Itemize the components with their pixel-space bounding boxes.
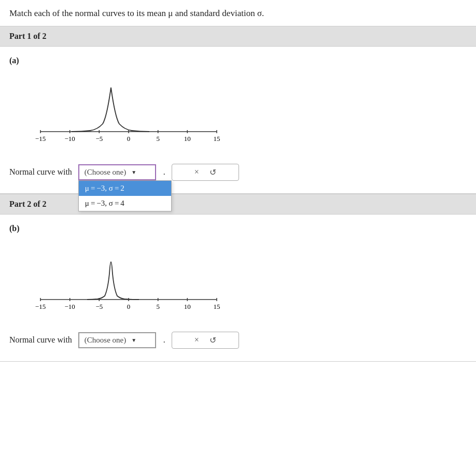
svg-text:10: 10: [184, 303, 191, 310]
part2-action-box: × ↺: [172, 332, 239, 349]
and-text: and: [175, 8, 188, 18]
svg-text:5: 5: [156, 135, 160, 143]
part1-dropdown-arrow-icon: ▼: [131, 169, 136, 175]
part2-label: (b): [9, 224, 467, 233]
part2-graph: −15 −10 −5 0 5 10 15: [30, 243, 227, 315]
part1-option-2[interactable]: μ = −3, σ = 4: [79, 196, 171, 211]
part2-clear-icon[interactable]: ×: [194, 335, 199, 345]
part2-dropdown-wrapper: (Choose one) ▼: [78, 332, 156, 348]
part1-clear-icon[interactable]: ×: [194, 167, 199, 177]
part1-header: Part 1 of 2: [0, 26, 476, 47]
svg-text:−15: −15: [35, 303, 46, 310]
part2-dropdown-arrow-icon: ▼: [131, 337, 136, 343]
part2-body: (b) −15 −10 −5 0 5 10 15: [0, 215, 476, 361]
part1-label: (a): [9, 56, 467, 65]
part1-option-1[interactable]: μ = −3, σ = 2: [79, 181, 171, 196]
svg-text:−5: −5: [95, 303, 103, 310]
part1-graph-area: −15 −10 −5 0 5 10 15: [30, 75, 227, 147]
svg-text:0: 0: [127, 135, 131, 143]
part2-undo-icon[interactable]: ↺: [209, 335, 216, 345]
svg-text:−15: −15: [35, 135, 46, 143]
part1-dropdown-selected-text: (Choose one): [85, 168, 126, 177]
part2-answer-row: Normal curve with (Choose one) ▼ . × ↺: [9, 332, 467, 349]
part1-body: (a) −15 −10 −5 0 5: [0, 47, 476, 193]
svg-text:−10: −10: [65, 135, 75, 143]
svg-text:10: 10: [184, 135, 191, 143]
svg-text:15: 15: [214, 135, 220, 143]
part1-section: Part 1 of 2 (a) −15 −10 −5: [0, 26, 476, 194]
part2-period: .: [163, 335, 165, 345]
svg-text:15: 15: [214, 303, 220, 310]
part1-action-box: × ↺: [172, 164, 239, 181]
part1-period: .: [163, 167, 165, 177]
part1-graph: −15 −10 −5 0 5 10 15: [30, 75, 227, 147]
part2-dropdown-selected-text: (Choose one): [85, 336, 126, 345]
part2-graph-area: −15 −10 −5 0 5 10 15: [30, 243, 227, 315]
part1-dropdown-button[interactable]: (Choose one) ▼: [78, 164, 156, 180]
part1-dropdown-wrapper: (Choose one) ▼ μ = −3, σ = 2 μ = −3, σ =…: [78, 164, 156, 180]
part2-dropdown-button[interactable]: (Choose one) ▼: [78, 332, 156, 348]
part2-header: Part 2 of 2: [0, 194, 476, 215]
part1-answer-row: Normal curve with (Choose one) ▼ μ = −3,…: [9, 164, 467, 181]
part1-answer-prefix: Normal curve with: [9, 167, 72, 177]
svg-text:0: 0: [127, 303, 131, 310]
page-title: Match each of the normal curves to its m…: [0, 0, 476, 26]
part2-answer-prefix: Normal curve with: [9, 335, 72, 345]
svg-text:5: 5: [156, 303, 160, 310]
part2-section: Part 2 of 2 (b) −15 −10 −5 0 5: [0, 194, 476, 362]
svg-text:−5: −5: [95, 135, 103, 143]
svg-text:−10: −10: [65, 303, 75, 310]
part1-undo-icon[interactable]: ↺: [209, 167, 216, 177]
part1-dropdown-menu: μ = −3, σ = 2 μ = −3, σ = 4: [78, 180, 172, 211]
